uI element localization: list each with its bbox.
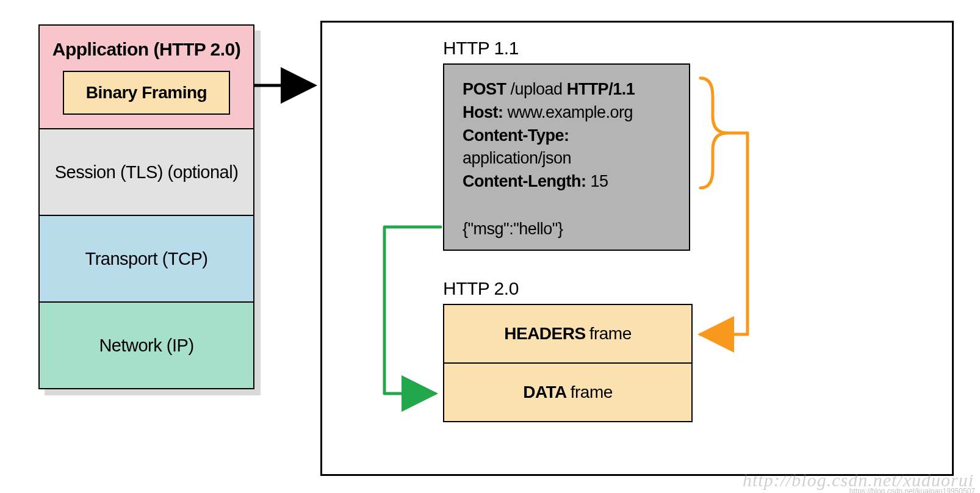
request-path: /upload	[511, 80, 563, 98]
application-title: Application (HTTP 2.0)	[52, 39, 240, 60]
headers-frame-rest: frame	[589, 324, 632, 344]
http20-frames-box: HEADERS frame DATA frame	[443, 304, 693, 422]
headers-frame-bold: HEADERS	[504, 324, 585, 344]
request-version: HTTP/1.1	[567, 80, 635, 98]
content-type-label: Content-Type:	[463, 126, 569, 145]
request-method: POST	[463, 80, 506, 98]
header-content-length: Content-Length: 15	[463, 170, 677, 193]
request-line: POST /upload HTTP/1.1	[463, 78, 677, 101]
host-value: www.example.org	[508, 103, 633, 121]
headers-frame: HEADERS frame	[444, 305, 691, 362]
http11-label: HTTP 1.1	[443, 38, 519, 59]
host-label: Host:	[463, 103, 503, 121]
content-length-label: Content-Length:	[463, 172, 586, 190]
http20-label: HTTP 2.0	[443, 278, 519, 299]
layer-application: Application (HTTP 2.0) Binary Framing	[40, 26, 253, 128]
data-frame-bold: DATA	[523, 383, 567, 402]
watermark-small: https://blog.csdn.net/kuaipao19950507	[849, 487, 975, 493]
data-frame-rest: frame	[571, 383, 613, 402]
request-body: {"msg":"hello"}	[463, 218, 677, 241]
content-type-value: application/json	[463, 149, 571, 167]
layer-transport: Transport (TCP)	[40, 215, 253, 301]
protocol-stack: Application (HTTP 2.0) Binary Framing Se…	[38, 24, 254, 389]
header-host: Host: www.example.org	[463, 101, 677, 124]
content-length-value: 15	[590, 172, 608, 190]
header-content-type: Content-Type: application/json	[463, 124, 677, 171]
data-frame: DATA frame	[444, 362, 691, 421]
layer-session: Session (TLS) (optional)	[40, 128, 253, 215]
http11-request-box: POST /upload HTTP/1.1 Host: www.example.…	[443, 63, 690, 251]
binary-framing-box: Binary Framing	[63, 71, 230, 115]
layer-network: Network (IP)	[40, 301, 253, 388]
